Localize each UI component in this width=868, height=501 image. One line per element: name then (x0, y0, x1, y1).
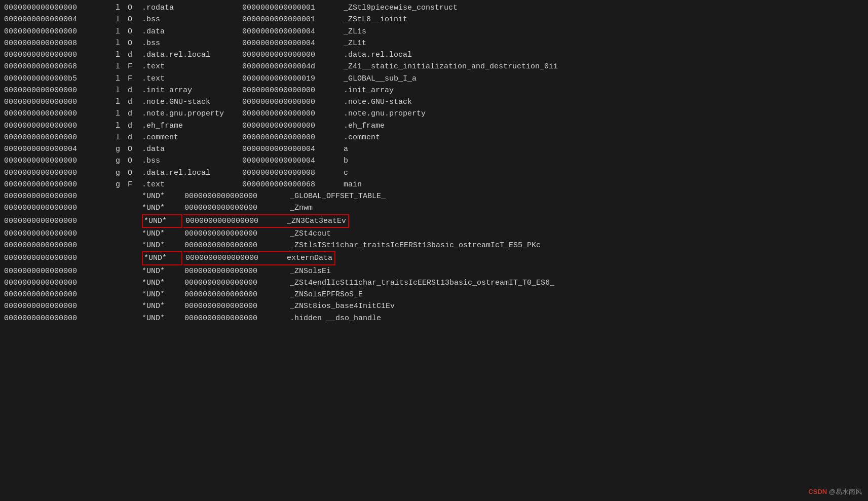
section-col: .eh_frame (142, 120, 238, 132)
type-col: O (128, 155, 142, 167)
name-col: .note.GNU-stack (344, 96, 412, 108)
section-col: .text (142, 179, 238, 190)
addr-col: 0000000000000000 (4, 240, 116, 251)
section-col: .bss (142, 37, 238, 49)
table-row: 0000000000000008lO.bss0000000000000004_Z… (0, 37, 868, 49)
type-col: O (128, 143, 142, 155)
addr-col: 0000000000000000 (4, 132, 116, 143)
table-row: 0000000000000068lF.text000000000000004d_… (0, 61, 868, 72)
name-col: _ZSt4cout (290, 228, 331, 240)
type-col: F (128, 73, 142, 85)
name-col: _Z41__static_initialization_and_destruct… (344, 61, 558, 72)
table-row: 0000000000000000*UND*0000000000000000_GL… (0, 190, 868, 202)
type-col: F (128, 179, 142, 190)
flag-col: l (116, 37, 128, 49)
value-col: 0000000000000000 (184, 289, 290, 300)
value-col: 0000000000000000 (242, 132, 344, 143)
value-col: 0000000000000000 (183, 251, 285, 265)
section-col: .data (142, 143, 238, 155)
flag-col: l (116, 132, 128, 143)
addr-col: 0000000000000000 (4, 277, 116, 289)
name-col: .note.gnu.property (344, 108, 426, 120)
section-col: *UND* (142, 300, 184, 312)
name-col: b (344, 155, 348, 167)
value-col: 0000000000000000 (242, 49, 344, 61)
section-col: .text (142, 61, 238, 72)
name-col: _GLOBAL__sub_I_a (344, 73, 417, 85)
value-col: 0000000000000000 (184, 277, 290, 289)
addr-col: 0000000000000000 (4, 155, 116, 167)
value-col: 0000000000000000 (242, 108, 344, 120)
type-col: d (128, 120, 142, 132)
section-col: .rodata (142, 2, 238, 14)
value-col: 0000000000000019 (242, 73, 344, 85)
value-col: 0000000000000000 (184, 228, 290, 240)
value-col: 0000000000000001 (242, 2, 344, 14)
section-col: *UND* (142, 202, 184, 214)
addr-col: 0000000000000000 (4, 190, 116, 202)
table-row: 0000000000000000*UND*0000000000000000_ZN… (0, 214, 868, 228)
table-row: 0000000000000000lO.rodata000000000000000… (0, 2, 868, 14)
section-col: .comment (142, 132, 238, 143)
table-row: 0000000000000004gO.data0000000000000004a (0, 143, 868, 155)
addr-col: 0000000000000000 (4, 313, 116, 324)
flag-col: l (116, 2, 128, 14)
addr-col: 0000000000000000 (4, 85, 116, 96)
addr-col: 0000000000000000 (4, 120, 116, 132)
type-col: F (128, 61, 142, 72)
addr-col: 0000000000000068 (4, 61, 116, 72)
section-col: *UND* (142, 265, 184, 277)
section-col: .note.GNU-stack (142, 96, 238, 108)
name-col: _ZNSolsEi (290, 265, 331, 277)
table-row: 0000000000000000*UND*0000000000000000.hi… (0, 313, 868, 324)
value-col: 000000000000004d (242, 61, 344, 72)
table-row: 0000000000000000*UND*0000000000000000_ZN… (0, 289, 868, 300)
flag-col: l (116, 26, 128, 37)
value-col: 0000000000000000 (183, 214, 285, 228)
value-col: 0000000000000000 (184, 240, 290, 251)
section-col: .text (142, 73, 238, 85)
addr-col: 0000000000000000 (4, 215, 116, 227)
name-col: _ZSt4endlIcSt11char_traitsIcEERSt13basic… (290, 277, 554, 289)
addr-col: 0000000000000000 (4, 228, 116, 240)
type-col: d (128, 96, 142, 108)
addr-col: 0000000000000004 (4, 14, 116, 25)
addr-col: 0000000000000000 (4, 179, 116, 190)
addr-col: 0000000000000000 (4, 289, 116, 300)
addr-col: 0000000000000000 (4, 96, 116, 108)
value-col: 0000000000000001 (242, 14, 344, 25)
value-col: 0000000000000004 (242, 26, 344, 37)
addr-col: 0000000000000000 (4, 265, 116, 277)
table-row: 0000000000000000ld.note.gnu.property0000… (0, 108, 868, 120)
name-col: _ZL1s (344, 26, 366, 37)
table-row: 0000000000000000*UND*0000000000000000ext… (0, 251, 868, 265)
section-col: .data.rel.local (142, 49, 238, 61)
section-col: *UND* (142, 228, 184, 240)
watermark-text: @易水南风 (829, 488, 862, 495)
value-col: 0000000000000000 (184, 202, 290, 214)
table-row: 0000000000000000*UND*0000000000000000_ZS… (0, 228, 868, 240)
name-col: _ZStl9piecewise_construct (344, 2, 458, 14)
flag-col: l (116, 108, 128, 120)
name-col: _ZL1t (344, 37, 366, 49)
type-col: O (128, 37, 142, 49)
section-col: *UND* (142, 313, 184, 324)
flag-col: l (116, 14, 128, 25)
name-col: _Znwm (290, 202, 313, 214)
flag-col: g (116, 143, 128, 155)
section-col: *UND* (142, 190, 184, 202)
section-col: *UND* (142, 240, 184, 251)
value-col: 0000000000000004 (242, 37, 344, 49)
table-row: 00000000000000b5lF.text0000000000000019_… (0, 73, 868, 85)
section-col: .note.gnu.property (142, 108, 238, 120)
value-col: 0000000000000004 (242, 143, 344, 155)
name-col: .comment (344, 132, 380, 143)
table-row: 0000000000000000*UND*0000000000000000_ZN… (0, 265, 868, 277)
type-col: O (128, 2, 142, 14)
addr-col: 0000000000000000 (4, 26, 116, 37)
table-row: 0000000000000000ld.comment00000000000000… (0, 132, 868, 143)
watermark: CSDN @易水南风 (808, 487, 862, 497)
type-col: O (128, 167, 142, 179)
value-col: 0000000000000000 (184, 300, 290, 312)
addr-col: 0000000000000000 (4, 300, 116, 312)
